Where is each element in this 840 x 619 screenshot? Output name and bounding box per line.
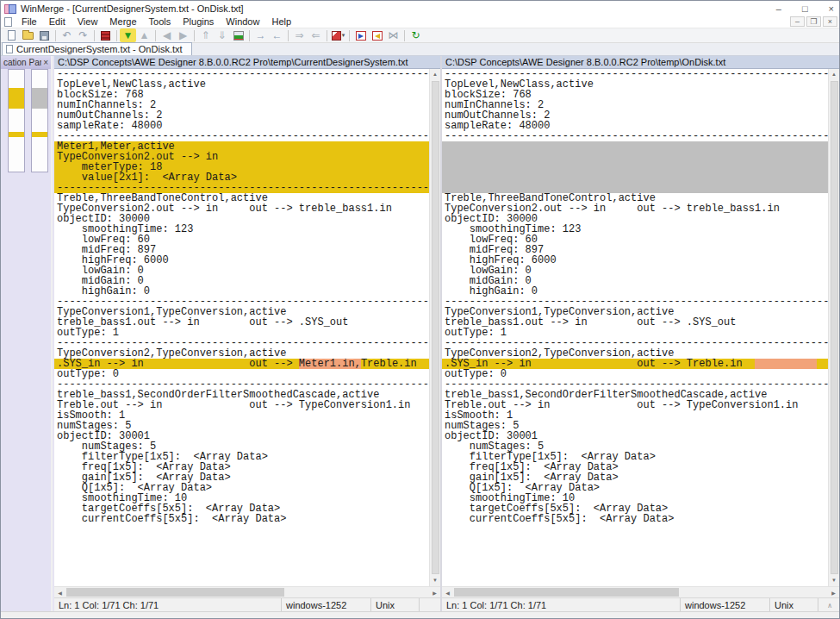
code-line[interactable]: targetCoeffs[5x5]: <Array Data> [54, 503, 429, 514]
code-line[interactable]: treble_bass1,SecondOrderFilterSmoothedCa… [54, 390, 429, 400]
code-line[interactable]: ----------------------------------------… [54, 183, 429, 193]
maximize-button[interactable]: □ [802, 3, 808, 14]
mdi-minimize-button[interactable]: – [790, 16, 805, 27]
code-line[interactable]: objectID: 30000 [442, 214, 828, 224]
code-line[interactable]: treble_bass1.out --> in out --> .SYS_out [54, 317, 429, 328]
code-line[interactable]: Treble,ThreeBandToneControl,active [54, 193, 429, 203]
code-line[interactable]: Q[1x5]: <Array Data> [442, 483, 828, 493]
code-line[interactable]: smoothingTime: 123 [442, 224, 828, 234]
code-line[interactable]: meterType: 18 [54, 162, 429, 172]
compare-method-button[interactable]: ⋈ [385, 28, 401, 42]
scroll-right-icon[interactable]: ▶ [429, 590, 440, 596]
code-line[interactable]: gain[1x5]: <Array Data> [442, 472, 828, 483]
current-difference-left-button[interactable]: ◀ [159, 28, 175, 42]
first-difference-button[interactable]: ⇑ [197, 28, 214, 42]
code-line[interactable]: treble_bass1,SecondOrderFilterSmoothedCa… [442, 390, 828, 400]
code-line[interactable]: gain[1x5]: <Array Data> [54, 472, 429, 483]
code-line[interactable]: treble_bass1.out --> in out --> .SYS_out [442, 317, 828, 328]
menu-window[interactable]: Window [220, 16, 265, 27]
auto-merge-button[interactable] [230, 28, 246, 42]
refresh-button[interactable]: ↻ [408, 28, 424, 42]
menu-tools[interactable]: Tools [143, 16, 177, 27]
scroll-left-icon[interactable]: ◀ [54, 590, 65, 596]
code-line[interactable]: TypeConversion1,TypeConversion,active [54, 307, 429, 317]
code-line[interactable]: ----------------------------------------… [54, 379, 429, 390]
code-line[interactable]: isSmooth: 1 [54, 410, 429, 421]
code-line[interactable]: numInChannels: 2 [442, 100, 828, 110]
code-line[interactable]: blockSize: 768 [54, 90, 429, 100]
code-line[interactable]: TypeConversion2,TypeConversion,active [442, 348, 828, 359]
scroll-up-icon[interactable]: ▲ [430, 69, 440, 80]
code-line[interactable]: TypeConversion1,TypeConversion,active [442, 307, 828, 317]
missing-block-line[interactable] [442, 152, 828, 162]
scroll-up-icon[interactable]: ▲ [829, 69, 839, 80]
right-vertical-scrollbar[interactable]: ▲ ▼ [828, 69, 839, 586]
code-line[interactable]: .SYS_in --> in out --> Treble.in [442, 359, 828, 369]
code-line[interactable]: smoothingTime: 123 [54, 224, 429, 234]
open-file-button[interactable] [20, 28, 36, 42]
code-line[interactable]: numStages: 5 [54, 421, 429, 431]
left-vertical-scrollbar[interactable]: ▲ ▼ [429, 69, 440, 586]
code-line[interactable]: ----------------------------------------… [442, 379, 828, 390]
undo-button[interactable]: ↶ [59, 28, 75, 42]
missing-block-line[interactable] [442, 141, 828, 152]
code-line[interactable]: numStages: 5 [442, 441, 828, 452]
code-line[interactable]: numStages: 5 [54, 441, 429, 452]
code-line[interactable]: outType: 1 [54, 328, 429, 338]
code-line[interactable]: freq[1x5]: <Array Data> [54, 462, 429, 472]
code-line[interactable]: targetCoeffs[5x5]: <Array Data> [442, 503, 828, 514]
close-button[interactable]: × [829, 3, 834, 14]
code-line[interactable]: numInChannels: 2 [54, 100, 429, 110]
code-line[interactable]: currentCoeffs[5x5]: <Array Data> [442, 514, 828, 524]
code-line[interactable]: highGain: 0 [442, 286, 828, 297]
menu-view[interactable]: View [72, 16, 104, 27]
code-line[interactable]: blockSize: 768 [442, 90, 828, 100]
code-line[interactable]: objectID: 30001 [54, 431, 429, 441]
copy-right-button[interactable]: → [252, 28, 269, 42]
code-line[interactable]: ----------------------------------------… [54, 297, 429, 307]
menu-help[interactable]: Help [265, 16, 297, 27]
code-line[interactable]: filterType[1x5]: <Array Data> [442, 452, 828, 462]
copy-left-and-advance-button[interactable]: ⇐ [308, 28, 324, 42]
code-line[interactable]: highFreq: 6000 [54, 255, 429, 266]
code-line[interactable]: TypeConversion2,TypeConversion,active [54, 348, 429, 359]
missing-block-line[interactable] [442, 183, 828, 193]
code-line[interactable]: freq[1x5]: <Array Data> [442, 462, 828, 472]
menu-merge[interactable]: Merge [103, 16, 142, 27]
code-line[interactable]: .SYS_in --> in out --> Meter1.in,Treble.… [54, 359, 429, 369]
code-line[interactable]: Q[1x5]: <Array Data> [54, 483, 429, 493]
code-line[interactable]: TypeConversion2.out --> in [54, 152, 429, 162]
horizontal-scroll-thumb[interactable] [66, 588, 284, 597]
code-line[interactable]: lowGain: 0 [54, 266, 429, 276]
mdi-restore-button[interactable]: ❐ [806, 16, 821, 27]
code-line[interactable]: midGain: 0 [442, 276, 828, 286]
code-line[interactable]: filterType[1x5]: <Array Data> [54, 452, 429, 462]
code-line[interactable]: Treble.out --> in out --> TypeConversion… [54, 400, 429, 410]
left-horizontal-scrollbar[interactable]: ◀ ▶ [54, 586, 440, 597]
scroll-right-icon[interactable]: ▶ [828, 590, 839, 596]
code-line[interactable]: ----------------------------------------… [442, 338, 828, 348]
scroll-down-icon[interactable]: ▼ [430, 575, 440, 586]
mdi-close-button[interactable]: × [823, 16, 837, 27]
code-line[interactable]: value[2x1]: <Array Data> [54, 172, 429, 183]
code-line[interactable]: numOutChannels: 2 [54, 110, 429, 121]
code-line[interactable]: highGain: 0 [54, 286, 429, 297]
code-line[interactable]: outType: 1 [442, 328, 828, 338]
current-difference-right-button[interactable]: ▶ [175, 28, 191, 42]
code-line[interactable]: Treble.out --> in out --> TypeConversion… [442, 400, 828, 410]
right-pane-content[interactable]: ----------------------------------------… [442, 69, 828, 586]
next-difference-button[interactable]: ▼ [120, 28, 136, 42]
code-line[interactable]: currentCoeffs[5x5]: <Array Data> [54, 514, 429, 524]
code-line[interactable]: TopLevel,NewClass,active [442, 79, 828, 90]
horizontal-scroll-track[interactable] [453, 587, 828, 597]
code-line[interactable]: lowFreq: 60 [54, 234, 429, 245]
code-line[interactable]: lowFreq: 60 [442, 234, 828, 245]
scroll-down-icon[interactable]: ▼ [829, 575, 839, 586]
location-pane-close-button[interactable]: × [41, 58, 48, 67]
code-line[interactable]: TypeConversion2.out --> in out --> trebl… [442, 203, 828, 214]
code-line[interactable]: midGain: 0 [54, 276, 429, 286]
copy-right-and-advance-button[interactable]: ⇒ [291, 28, 308, 42]
copy-all-right-button[interactable]: ▾ [330, 28, 346, 42]
redo-button[interactable]: ↷ [75, 28, 91, 42]
previous-difference-button[interactable]: ▲ [136, 28, 152, 42]
